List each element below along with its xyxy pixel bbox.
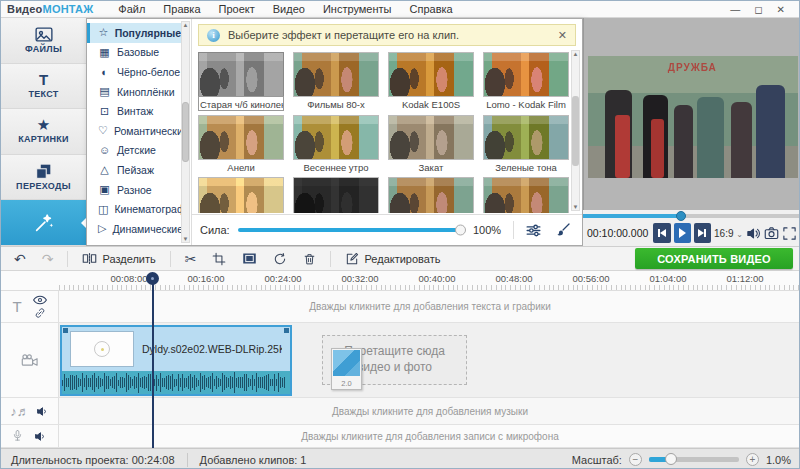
menu-help[interactable]: Справка bbox=[401, 2, 462, 16]
category-misc[interactable]: ▣Разное bbox=[87, 180, 181, 200]
zoom-slider-knob[interactable] bbox=[665, 453, 677, 465]
movie-camera-icon: ◫ bbox=[98, 203, 108, 216]
speaker-icon[interactable] bbox=[34, 430, 47, 443]
banner-text: Выберите эффект и перетащите его на клип… bbox=[228, 29, 459, 41]
film-strip-icon: ▤ bbox=[98, 85, 111, 98]
snapshot-camera-icon[interactable] bbox=[764, 226, 779, 241]
transition-badge[interactable]: 2.0 bbox=[331, 348, 362, 390]
scrollbar-thumb[interactable] bbox=[572, 96, 579, 166]
prev-frame-button[interactable] bbox=[653, 223, 670, 243]
effect-thumb-spring-morning[interactable]: Весеннее утро bbox=[293, 115, 379, 173]
banner-close-icon[interactable]: ✕ bbox=[558, 29, 567, 42]
effect-thumb-lomo-kodak[interactable]: Lomo - Kodak Film bbox=[483, 52, 569, 111]
sidebar-label-images: КАРТИНКИ bbox=[18, 134, 69, 144]
rotate-button[interactable] bbox=[268, 250, 292, 268]
effect-thumb-kodak-e100s[interactable]: Kodak E100S bbox=[388, 52, 474, 111]
ruler-label: 01:12:00 bbox=[727, 273, 764, 284]
category-kids[interactable]: ☺Детские bbox=[87, 141, 181, 161]
categories-scrollbar[interactable]: ▲ ▼ bbox=[181, 21, 190, 243]
category-film-stock[interactable]: ▤Киноплёнки bbox=[87, 82, 181, 102]
effect-thumb-sunset[interactable]: Закат bbox=[388, 115, 474, 173]
minimize-icon[interactable]: — bbox=[730, 4, 740, 15]
camera-icon: ⊡ bbox=[98, 105, 111, 118]
effect-thumb-partial[interactable] bbox=[388, 177, 474, 213]
category-romantic[interactable]: ♡Романтические bbox=[87, 121, 181, 141]
zoom-out-button[interactable]: − bbox=[629, 453, 642, 466]
speaker-icon[interactable] bbox=[36, 405, 49, 418]
sidebar-item-transitions[interactable]: ПЕРЕХОДЫ bbox=[1, 155, 86, 201]
cut-button[interactable]: ✂ bbox=[180, 251, 202, 267]
link-icon[interactable] bbox=[34, 307, 46, 319]
app-title: ВидеоМОНТАЖ bbox=[7, 3, 93, 15]
effect-thumb-partial[interactable] bbox=[483, 177, 569, 213]
sidebar-item-effects[interactable] bbox=[1, 200, 86, 246]
sidebar-item-files[interactable]: ФАЙЛЫ bbox=[1, 18, 86, 64]
clip-filename: Dyldy.s02e02.WEB-DLRip.25Kuzmich.avi bbox=[142, 343, 282, 355]
aspect-ratio-dropdown[interactable]: 16:9 ⌄ bbox=[714, 228, 743, 239]
fullscreen-icon[interactable] bbox=[782, 226, 797, 241]
clear-effect-brush-icon[interactable] bbox=[552, 222, 574, 238]
category-basic[interactable]: ▦Базовые bbox=[87, 43, 181, 63]
preview-seek-bar[interactable] bbox=[583, 210, 800, 220]
menu-tools[interactable]: Инструменты bbox=[314, 2, 401, 16]
effect-thumb-partial[interactable] bbox=[198, 177, 284, 213]
category-cinema[interactable]: ◫Кинематограф bbox=[87, 199, 181, 219]
redo-button[interactable]: ↷ bbox=[37, 251, 59, 267]
music-track[interactable]: ♪♬ Дважды кликните для добавления музыки bbox=[1, 398, 800, 425]
playhead-handle[interactable] bbox=[146, 272, 159, 285]
scroll-up-icon[interactable]: ▲ bbox=[183, 22, 189, 28]
menu-edit[interactable]: Правка bbox=[154, 2, 209, 16]
crop-button[interactable] bbox=[207, 250, 231, 268]
zoom-in-button[interactable]: + bbox=[746, 453, 759, 466]
scrollbar-thumb[interactable] bbox=[182, 102, 189, 162]
maximize-icon[interactable]: ◻ bbox=[754, 4, 762, 15]
undo-button[interactable]: ↶ bbox=[9, 251, 31, 267]
close-icon[interactable]: ✕ bbox=[777, 4, 785, 15]
delete-button[interactable] bbox=[298, 250, 321, 268]
sidebar-item-text[interactable]: T ТЕКСТ bbox=[1, 64, 86, 110]
category-popular[interactable]: ☆Популярные bbox=[87, 23, 181, 43]
split-button[interactable]: Разделить bbox=[77, 250, 160, 267]
next-frame-button[interactable] bbox=[694, 223, 711, 243]
sidebar-item-images[interactable]: ★ КАРТИНКИ bbox=[1, 109, 86, 155]
effect-thumb-partial[interactable] bbox=[293, 177, 379, 213]
strength-slider-knob[interactable] bbox=[455, 225, 466, 236]
menu-project[interactable]: Проект bbox=[210, 2, 264, 16]
zoom-slider[interactable] bbox=[649, 457, 739, 462]
skip-back-icon bbox=[660, 229, 666, 237]
menu-video[interactable]: Видео bbox=[264, 2, 314, 16]
frame-button[interactable] bbox=[237, 250, 262, 267]
category-black-white[interactable]: ◐Чёрно-белое bbox=[87, 62, 181, 82]
microphone-track[interactable]: Дважды кликните для добавления записи с … bbox=[1, 425, 800, 448]
strength-slider[interactable] bbox=[238, 228, 465, 232]
eye-icon[interactable] bbox=[33, 295, 47, 305]
timeline-ruler[interactable]: 00:08:00 00:16:00 00:24:00 00:32:00 00:4… bbox=[1, 271, 800, 291]
effect-thumb-green-tones[interactable]: Зеленые тона bbox=[483, 115, 569, 173]
edit-button[interactable]: Редактировать bbox=[340, 250, 445, 268]
effect-thumb-aneli[interactable]: Анели bbox=[198, 115, 284, 173]
save-video-button[interactable]: СОХРАНИТЬ ВИДЕО bbox=[635, 248, 793, 269]
video-track[interactable]: Dyldy.s02e02.WEB-DLRip.25Kuzmich.avi 2.0… bbox=[1, 323, 800, 398]
menu-file[interactable]: Файл bbox=[109, 2, 154, 16]
square-icon: ▣ bbox=[98, 183, 111, 196]
effects-scrollbar[interactable]: ▲ ▼ bbox=[571, 50, 580, 211]
scroll-down-icon[interactable]: ▼ bbox=[573, 204, 579, 210]
scroll-down-icon[interactable]: ▼ bbox=[183, 236, 189, 242]
info-icon: i bbox=[207, 29, 220, 42]
effect-thumb-old-bw-film[interactable]: Старая ч/б кинолента bbox=[198, 52, 284, 111]
play-button[interactable] bbox=[674, 223, 691, 243]
video-clip[interactable]: Dyldy.s02e02.WEB-DLRip.25Kuzmich.avi bbox=[60, 325, 292, 396]
sidebar-label-text: ТЕКСТ bbox=[28, 89, 58, 99]
volume-icon[interactable] bbox=[746, 226, 761, 241]
effect-thumb-films-80s[interactable]: Фильмы 80-х bbox=[293, 52, 379, 111]
scroll-up-icon[interactable]: ▲ bbox=[573, 51, 579, 57]
category-dynamic[interactable]: ▷Динамические bbox=[87, 219, 181, 239]
music-note-icon: ♪♬ bbox=[10, 404, 30, 419]
category-landscape[interactable]: △Пейзаж bbox=[87, 160, 181, 180]
divider bbox=[67, 251, 68, 267]
text-track-hint: Дважды кликните для добавления текста и … bbox=[309, 301, 551, 312]
adjust-settings-icon[interactable] bbox=[522, 222, 544, 239]
clip-thumbnail bbox=[70, 331, 134, 367]
text-track[interactable]: T Дважды кликните для добавления текста … bbox=[1, 291, 800, 323]
category-vintage[interactable]: ⊡Винтаж bbox=[87, 101, 181, 121]
